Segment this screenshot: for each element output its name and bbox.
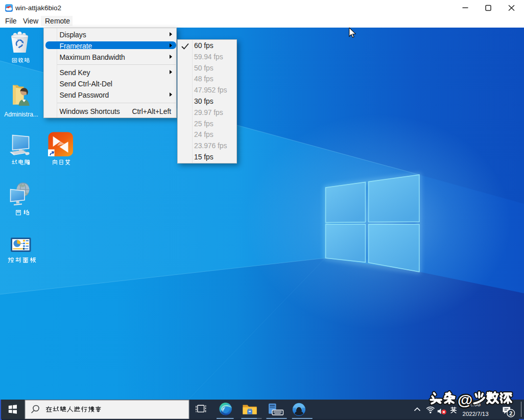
svg-text:Administra...: Administra... [4,111,38,118]
svg-text:@: @ [458,391,472,408]
svg-text:2022/7/13: 2022/7/13 [463,411,489,417]
svg-text:2: 2 [509,410,512,416]
